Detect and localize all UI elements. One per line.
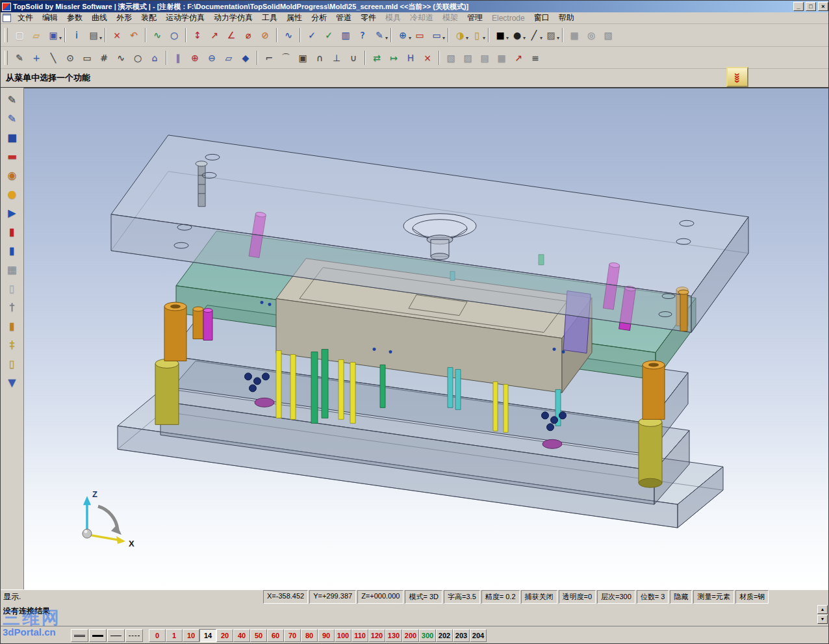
viewport-3d-canvas[interactable]: Z X: [24, 88, 828, 589]
scroll-down-button[interactable]: ▼: [817, 615, 828, 624]
check-assembly-icon[interactable]: ✓: [320, 27, 337, 44]
line-width-icon[interactable]: ╱: [526, 27, 542, 44]
spline-icon[interactable]: ∿: [112, 49, 129, 66]
connect-icon[interactable]: ↦: [385, 49, 402, 66]
section-view-icon[interactable]: ⊘: [257, 27, 274, 44]
sketch-icon[interactable]: ✎: [11, 49, 28, 66]
machining-icon[interactable]: ▦: [566, 27, 583, 44]
menu-parts[interactable]: 零件: [356, 12, 381, 24]
layer-button[interactable]: 203: [453, 629, 470, 642]
open-folder-icon[interactable]: ▱: [28, 27, 45, 44]
layer-button[interactable]: 40: [233, 629, 250, 642]
minimize-button[interactable]: _: [793, 2, 804, 11]
menu-kinematic-simulation[interactable]: 运动学仿真: [161, 12, 209, 24]
annotate-icon[interactable]: ✎: [371, 27, 388, 44]
menu-tools[interactable]: 工具: [257, 12, 282, 24]
layer-button[interactable]: 50: [250, 629, 267, 642]
line-style-thin[interactable]: [107, 629, 125, 642]
zoom-colors-icon[interactable]: ◉: [3, 166, 21, 184]
menu-window[interactable]: 窗口: [529, 12, 554, 24]
scroll-up-button[interactable]: ▲: [817, 605, 828, 614]
grid-frame-icon[interactable]: #: [96, 49, 112, 66]
link-curves-icon[interactable]: ⇄: [368, 49, 385, 66]
menu-mold[interactable]: 模具: [381, 12, 405, 24]
undo-icon[interactable]: ↶: [125, 27, 142, 44]
material-sphere-icon[interactable]: ●: [3, 185, 21, 203]
line-style-double[interactable]: [71, 629, 88, 642]
trim-box-icon[interactable]: ▣: [294, 49, 311, 66]
solid-icon[interactable]: ◆: [237, 49, 254, 66]
surface-icon[interactable]: ▱: [220, 49, 237, 66]
thermometer-cold-icon[interactable]: ▮: [3, 242, 21, 259]
iso-block-2-icon[interactable]: ▨: [459, 49, 476, 66]
clipboard-block-icon[interactable]: ▤: [476, 49, 493, 66]
color-swatch-icon[interactable]: ■: [492, 27, 509, 44]
menu-dynamic-simulation[interactable]: 动力学仿真: [209, 12, 257, 24]
perpendicular-icon[interactable]: ⊥: [328, 49, 345, 66]
pin-icon[interactable]: ▮: [3, 317, 21, 335]
point-icon[interactable]: ⊙: [62, 49, 79, 66]
layer-button[interactable]: 300: [419, 629, 436, 642]
close-button[interactable]: ×: [818, 2, 828, 11]
dimension-vertical-icon[interactable]: ↕: [189, 27, 206, 44]
zoom-search-icon[interactable]: ○: [166, 27, 183, 44]
edit-sketch-icon[interactable]: ✎: [3, 91, 21, 109]
layer-button[interactable]: 80: [301, 629, 318, 642]
new-document-icon[interactable]: ▢: [11, 27, 28, 44]
dimension-diagonal-icon[interactable]: ↗: [206, 27, 223, 44]
render-mode-icon[interactable]: ◑: [452, 27, 468, 44]
line-style-thick[interactable]: [89, 629, 107, 642]
gears-icon[interactable]: ◎: [583, 27, 600, 44]
dimension-angle-icon[interactable]: ∠: [223, 27, 240, 44]
zoom-in-icon[interactable]: ⊕: [394, 27, 411, 44]
menu-edit[interactable]: 编辑: [38, 12, 62, 24]
insert-pin-icon[interactable]: ▼: [3, 374, 21, 391]
curvature-analysis-icon[interactable]: ∿: [280, 27, 297, 44]
menu-cooling-channel[interactable]: 冷却道: [405, 12, 438, 24]
parallel-curve-icon[interactable]: ∥: [170, 49, 186, 66]
zoom-window-icon[interactable]: ▭: [411, 27, 428, 44]
menu-help[interactable]: 帮助: [554, 12, 579, 24]
menu-parameters[interactable]: 参数: [62, 12, 87, 24]
corner-icon[interactable]: ⌐: [261, 49, 277, 66]
arc-icon[interactable]: ∩: [311, 49, 328, 66]
menu-attributes[interactable]: 属性: [282, 12, 307, 24]
ellipse-icon[interactable]: ○: [129, 49, 146, 66]
chart-icon[interactable]: ↗: [510, 49, 527, 66]
rectangle-icon[interactable]: ▭: [79, 49, 96, 66]
dynamic-rotate-icon[interactable]: ∿: [149, 27, 166, 44]
layer-button[interactable]: 200: [402, 629, 419, 642]
context-help-icon[interactable]: ?: [354, 27, 371, 44]
polygon-icon[interactable]: ⌂: [146, 49, 163, 66]
point-style-icon[interactable]: ●: [509, 27, 526, 44]
layer-button[interactable]: 110: [351, 629, 368, 642]
zoom-extents-icon[interactable]: ▭: [428, 27, 445, 44]
pointer-icon[interactable]: ▶: [3, 204, 21, 222]
layer-button[interactable]: 120: [368, 629, 385, 642]
menu-piping[interactable]: 管道: [331, 12, 356, 24]
layer-button[interactable]: 70: [284, 629, 301, 642]
layer-button[interactable]: 10: [183, 629, 199, 642]
layer-button[interactable]: 14: [199, 629, 216, 642]
menu-curves[interactable]: 曲线: [87, 12, 112, 24]
thermometer-hot-icon[interactable]: ▮: [3, 223, 21, 240]
layer-button[interactable]: 100: [335, 629, 351, 642]
measure-inertia-icon[interactable]: ▥: [337, 27, 354, 44]
layer-button[interactable]: 130: [385, 629, 402, 642]
restore-button[interactable]: □: [806, 2, 816, 11]
check-element-icon[interactable]: ✓: [303, 27, 320, 44]
block-icon[interactable]: ▦: [3, 261, 21, 278]
tangent-curve-icon[interactable]: ∪: [345, 49, 362, 66]
menu-electrode[interactable]: Electrode: [487, 13, 529, 23]
constraint-icon[interactable]: H: [402, 49, 419, 66]
menu-analysis[interactable]: 分析: [307, 12, 331, 24]
delete-constraint-icon[interactable]: ×: [419, 49, 436, 66]
menu-mold-base[interactable]: 模架: [438, 12, 463, 24]
save-icon[interactable]: ▣: [45, 27, 62, 44]
layer-button[interactable]: 90: [318, 629, 335, 642]
dowel-icon[interactable]: ▯: [3, 355, 21, 372]
oblong-slot-icon[interactable]: ⊖: [203, 49, 220, 66]
line-icon[interactable]: ╲: [45, 49, 62, 66]
solid-box-icon[interactable]: ■: [3, 129, 21, 146]
layer-button[interactable]: 20: [216, 629, 233, 642]
